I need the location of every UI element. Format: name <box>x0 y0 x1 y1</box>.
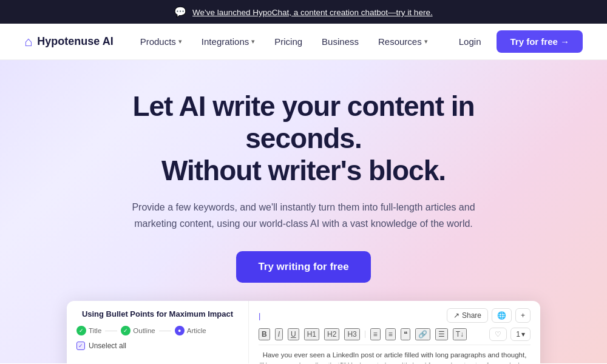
step-title: ✓ Title <box>76 326 101 335</box>
share-icon: ↗ <box>453 311 459 320</box>
step-line-2 <box>159 331 171 331</box>
chevron-down-icon: ▾ <box>424 38 428 46</box>
app-preview: Using Bullet Points for Maximum Impact ✓… <box>67 301 540 363</box>
unselect-checkbox[interactable]: ✓ <box>76 342 85 350</box>
announcement-link[interactable]: We've launched HypoChat, a content creat… <box>192 8 433 17</box>
preview-left-panel: Using Bullet Points for Maximum Impact ✓… <box>67 301 249 363</box>
nav-right: Login Try for free → <box>449 30 583 53</box>
format-toolbar: B I U H1 H2 H3 ≡ ≡ ❝ 🔗 ☰ T↓ ♡ <box>259 328 531 345</box>
step-line-1 <box>105 331 117 331</box>
preview-toolbar-buttons: ↗ Share 🌐 + <box>447 308 531 323</box>
plus-icon: + <box>521 311 525 320</box>
hero-subtext: Provide a few keywords, and we'll instan… <box>127 199 480 232</box>
article-preview-text: Have you ever seen a LinkedIn post or ar… <box>259 350 531 363</box>
announcement-bar: 💬 We've launched HypoChat, a content cre… <box>0 0 607 24</box>
announcement-icon: 💬 <box>174 6 186 18</box>
underline-button[interactable]: U <box>288 328 299 340</box>
toolbar-separator-1 <box>365 331 365 338</box>
step-outline: ✓ Outline <box>121 326 155 335</box>
navbar: ⌂ Hypotenuse AI Products ▾ Integrations … <box>0 24 607 60</box>
list-button[interactable]: ≡ <box>370 328 381 340</box>
preview-toolbar-top: | ↗ Share 🌐 + <box>259 308 531 323</box>
step-article: ● Article <box>175 326 206 335</box>
nav-item-resources[interactable]: Resources ▾ <box>370 32 436 52</box>
cursor-icon: | <box>259 311 260 320</box>
login-link[interactable]: Login <box>449 32 491 52</box>
translate-button[interactable]: 🌐 <box>492 308 512 323</box>
logo-link[interactable]: ⌂ Hypotenuse AI <box>24 34 114 50</box>
nav-item-integrations[interactable]: Integrations ▾ <box>193 32 263 52</box>
nav-item-pricing[interactable]: Pricing <box>266 32 311 52</box>
add-button[interactable]: + <box>515 308 531 323</box>
chevron-down-icon: ▾ <box>521 330 525 339</box>
chevron-down-icon: ▾ <box>178 38 182 46</box>
right-actions: ♡ 1 ▾ <box>489 328 531 341</box>
step-check-title: ✓ <box>76 326 86 335</box>
favorite-button[interactable]: ♡ <box>489 328 507 341</box>
logo-icon: ⌂ <box>24 34 32 50</box>
logo-text: Hypotenuse AI <box>37 35 113 48</box>
link-button[interactable]: 🔗 <box>415 328 430 340</box>
h3-button[interactable]: H3 <box>344 328 359 340</box>
heart-icon: ♡ <box>495 330 501 339</box>
h2-button[interactable]: H2 <box>324 328 339 340</box>
hero-headline: Let AI write your content in seconds. Wi… <box>85 90 522 187</box>
nav-item-business[interactable]: Business <box>313 32 367 52</box>
font-button[interactable]: T↓ <box>453 328 467 340</box>
bold-button[interactable]: B <box>259 328 270 340</box>
italic-button[interactable]: I <box>275 328 283 340</box>
step-check-outline: ✓ <box>121 326 131 335</box>
nav-item-products[interactable]: Products ▾ <box>132 32 191 52</box>
preview-right-panel: | ↗ Share 🌐 + B I U H <box>249 301 540 363</box>
align-button[interactable]: ☰ <box>435 328 448 340</box>
quote-button[interactable]: ❝ <box>401 328 410 340</box>
nav-links: Products ▾ Integrations ▾ Pricing Busine… <box>132 32 449 52</box>
h1-button[interactable]: H1 <box>304 328 319 340</box>
step-check-article: ● <box>175 326 185 335</box>
preview-doc-title: Using Bullet Points for Maximum Impact <box>76 309 239 318</box>
ordered-list-button[interactable]: ≡ <box>385 328 396 340</box>
hero-cta-button[interactable]: Try writing for free <box>236 251 370 283</box>
unselect-all[interactable]: ✓ Unselect all <box>76 342 239 350</box>
counter-button[interactable]: 1 ▾ <box>510 328 531 341</box>
share-button[interactable]: ↗ Share <box>447 308 488 323</box>
chevron-down-icon: ▾ <box>251 38 255 46</box>
translate-icon: 🌐 <box>497 311 506 320</box>
hero-section: Let AI write your content in seconds. Wi… <box>0 60 607 363</box>
preview-steps: ✓ Title ✓ Outline ● Article <box>76 326 239 335</box>
nav-cta-button[interactable]: Try for free → <box>497 30 583 53</box>
